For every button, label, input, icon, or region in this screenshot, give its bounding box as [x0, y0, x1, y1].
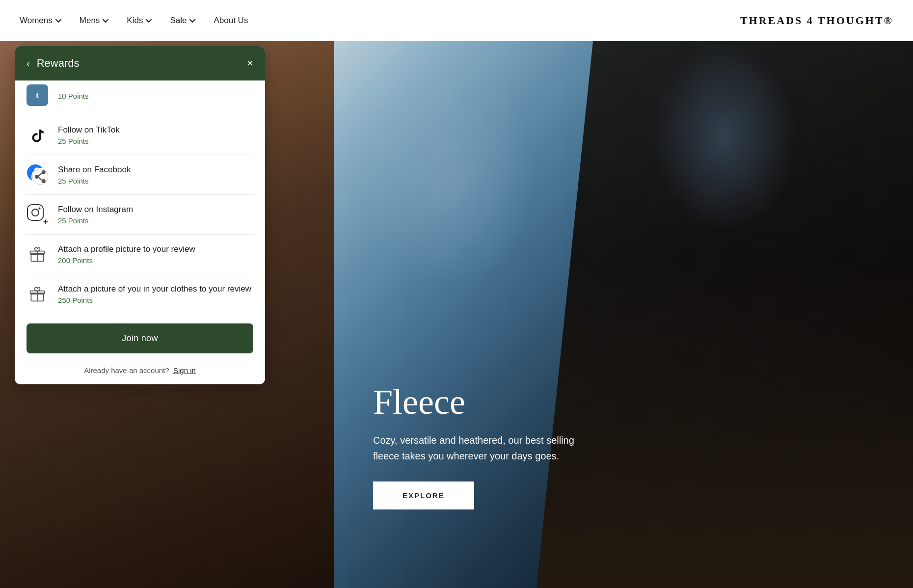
- svg-point-10: [32, 209, 39, 216]
- tiktok-title: Follow on TikTok: [58, 125, 253, 135]
- instagram-title: Follow on Instagram: [58, 204, 253, 215]
- twitter-icon: t: [30, 88, 44, 102]
- hero-window-light-2: [652, 41, 797, 233]
- hero-panel: Fleece Cozy, versatile and heathered, ou…: [334, 41, 913, 588]
- list-item-instagram[interactable]: + Follow on Instagram 25 Points: [27, 195, 253, 235]
- rewards-footer: Join now: [15, 314, 265, 361]
- facebook-share-icon: [27, 164, 48, 186]
- rewards-panel: ‹ Rewards × t 10 Points: [15, 46, 265, 384]
- svg-point-3: [32, 169, 48, 185]
- hero-title: Fleece: [373, 382, 579, 423]
- nav-item-mens[interactable]: Mens: [80, 16, 109, 26]
- rewards-header: ‹ Rewards ×: [15, 46, 265, 80]
- profile-picture-title: Attach a profile picture to your review: [58, 244, 253, 255]
- clothes-picture-title: Attach a picture of you in your clothes …: [58, 284, 253, 294]
- nav-item-about-us[interactable]: About Us: [214, 16, 248, 26]
- facebook-share-icon-container: [27, 164, 48, 186]
- tiktok-points: 25 Points: [58, 137, 253, 145]
- svg-point-5: [42, 179, 46, 183]
- chevron-down-icon: [55, 17, 62, 24]
- gift-icon-container-2: [27, 283, 48, 305]
- already-account-section: Already have an account? Sign in: [15, 361, 265, 384]
- clothes-picture-item-text: Attach a picture of you in your clothes …: [58, 284, 253, 304]
- hero-content: Fleece Cozy, versatile and heathered, ou…: [373, 382, 579, 509]
- hero-window-light: [363, 69, 537, 288]
- rewards-list: t 10 Points Follow on TikTok: [15, 80, 265, 314]
- list-item-facebook[interactable]: Share on Facebook 25 Points: [27, 155, 253, 195]
- partial-item-icon: t: [27, 84, 48, 106]
- profile-picture-item-text: Attach a profile picture to your review …: [58, 244, 253, 265]
- already-account-text: Already have an account?: [84, 366, 169, 374]
- nav-item-womens[interactable]: Womens: [20, 16, 62, 26]
- rewards-back-button[interactable]: ‹: [27, 58, 30, 69]
- main-navigation: Womens Mens Kids Sale About Us THREADS 4…: [0, 0, 913, 41]
- nav-item-kids[interactable]: Kids: [127, 16, 152, 26]
- list-item-tiktok[interactable]: Follow on TikTok 25 Points: [27, 115, 253, 155]
- instagram-icon: [27, 204, 44, 221]
- gift-icon-container-1: [27, 243, 48, 265]
- profile-picture-points: 200 Points: [58, 256, 253, 265]
- share-icon: [31, 168, 49, 186]
- nav-left: Womens Mens Kids Sale About Us: [20, 16, 248, 26]
- svg-point-6: [35, 175, 39, 179]
- tiktok-item-text: Follow on TikTok 25 Points: [58, 125, 253, 145]
- main-content: ‹ Rewards × t 10 Points: [0, 41, 913, 588]
- instagram-item-text: Follow on Instagram 25 Points: [58, 204, 253, 225]
- tiktok-icon-container: [27, 124, 48, 146]
- svg-rect-9: [27, 205, 43, 220]
- rewards-title: Rewards: [37, 57, 80, 70]
- sign-in-link[interactable]: Sign in: [173, 366, 196, 374]
- svg-point-4: [42, 170, 46, 174]
- left-panel: ‹ Rewards × t 10 Points: [0, 41, 334, 588]
- gift-icon-1: [28, 245, 46, 263]
- instagram-icon-container: +: [27, 204, 48, 225]
- tiktok-icon: [28, 126, 46, 144]
- svg-text:t: t: [36, 91, 39, 100]
- facebook-title: Share on Facebook: [58, 164, 253, 175]
- svg-point-11: [39, 208, 41, 210]
- nav-item-sale[interactable]: Sale: [170, 16, 196, 26]
- instagram-points: 25 Points: [58, 216, 253, 225]
- facebook-points: 25 Points: [58, 177, 253, 185]
- chevron-down-icon: [145, 17, 152, 24]
- hero-subtitle: Cozy, versatile and heathered, our best …: [373, 432, 579, 464]
- instagram-plus-icon: +: [27, 204, 48, 225]
- list-item-profile-picture[interactable]: Attach a profile picture to your review …: [27, 235, 253, 274]
- brand-logo[interactable]: THREADS 4 THOUGHT®: [740, 14, 893, 27]
- list-item-partial[interactable]: t 10 Points: [27, 80, 253, 115]
- chevron-down-icon: [102, 17, 109, 24]
- clothes-picture-points: 250 Points: [58, 296, 253, 304]
- gift-icon-2: [28, 285, 46, 303]
- chevron-down-icon: [189, 17, 196, 24]
- explore-button[interactable]: EXPLORE: [373, 481, 474, 509]
- facebook-item-text: Share on Facebook 25 Points: [58, 164, 253, 185]
- join-now-button[interactable]: Join now: [27, 323, 253, 353]
- plus-badge: +: [41, 217, 50, 226]
- list-item-clothes-picture[interactable]: Attach a picture of you in your clothes …: [27, 274, 253, 314]
- rewards-close-button[interactable]: ×: [247, 57, 253, 70]
- partial-item-text: 10 Points: [58, 90, 253, 100]
- partial-points: 10 Points: [58, 92, 253, 100]
- rewards-header-left: ‹ Rewards: [27, 57, 79, 70]
